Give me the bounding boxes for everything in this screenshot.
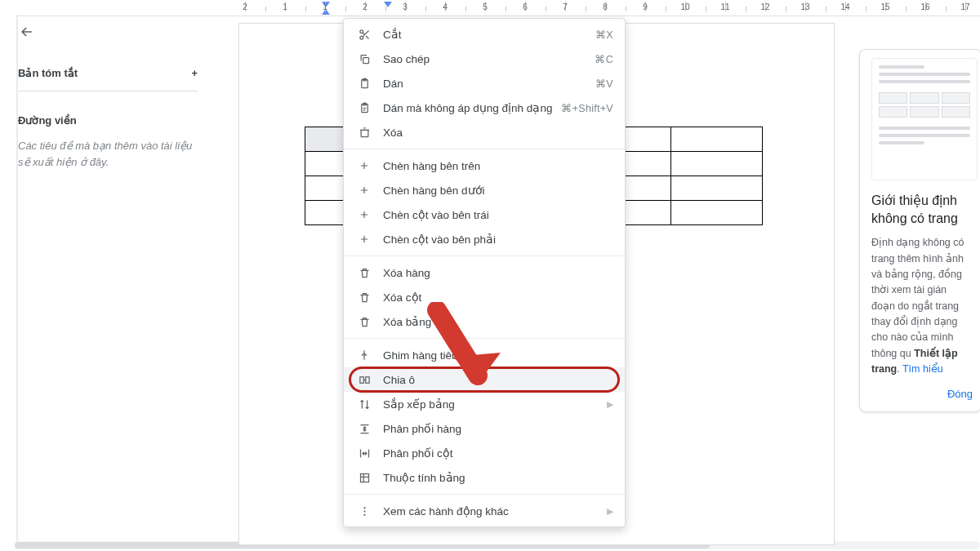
plus-icon bbox=[355, 160, 373, 171]
trash-icon bbox=[355, 316, 373, 328]
menu-item-label: Phân phối cột bbox=[383, 447, 613, 460]
menu-item-paste-plain[interactable]: Dán mà không áp dụng định dạng⌘+Shift+V bbox=[344, 96, 625, 120]
menu-item-trash[interactable]: Xóa bảng bbox=[344, 309, 625, 334]
menu-item-paste[interactable]: Dán⌘V bbox=[344, 71, 625, 96]
more-icon bbox=[355, 505, 373, 518]
svg-point-13 bbox=[363, 513, 365, 515]
menu-item-trash[interactable]: Xóa cột bbox=[344, 285, 625, 309]
table-props-icon bbox=[355, 472, 373, 484]
menu-item-label: Chèn hàng bên dưới bbox=[383, 184, 613, 197]
plus-icon bbox=[355, 209, 373, 220]
info-thumbnail bbox=[871, 58, 978, 180]
menu-shortcut: ⌘X bbox=[595, 29, 613, 41]
menu-item-label: Xóa hàng bbox=[383, 267, 613, 279]
sort-icon bbox=[355, 398, 373, 411]
menu-item-dist-row[interactable]: Phân phối hàng bbox=[344, 416, 625, 441]
menu-item-label: Chia ô bbox=[383, 374, 613, 386]
menu-item-plus[interactable]: Chèn hàng bên trên bbox=[344, 153, 625, 178]
info-body: Định dạng không có trang thêm hình ảnh v… bbox=[871, 235, 973, 377]
copy-icon bbox=[355, 53, 373, 65]
add-summary-icon[interactable]: + bbox=[191, 68, 198, 78]
svg-point-1 bbox=[359, 36, 363, 39]
svg-rect-8 bbox=[359, 376, 363, 383]
menu-item-label: Dán bbox=[383, 78, 595, 90]
menu-item-label: Chèn cột vào bên phải bbox=[383, 233, 613, 246]
vertical-ruler bbox=[5, 15, 18, 541]
info-card: Giới thiệu định không có trang Định dạng… bbox=[859, 49, 980, 412]
delete-icon bbox=[355, 127, 373, 139]
menu-item-label: Xóa bảng bbox=[383, 315, 613, 328]
menu-item-label: Xóa bbox=[383, 127, 613, 139]
svg-point-11 bbox=[363, 507, 365, 509]
svg-rect-7 bbox=[361, 130, 368, 136]
menu-item-trash[interactable]: Xóa hàng bbox=[344, 260, 625, 285]
submenu-arrow-icon: ▶ bbox=[607, 506, 613, 517]
menu-item-plus[interactable]: Chèn cột vào bên phải bbox=[344, 227, 625, 251]
menu-shortcut: ⌘+Shift+V bbox=[561, 102, 613, 114]
submenu-arrow-icon: ▶ bbox=[607, 399, 613, 410]
menu-item-split[interactable]: Chia ô bbox=[344, 367, 625, 392]
menu-shortcut: ⌘C bbox=[595, 53, 613, 65]
menu-item-plus[interactable]: Chèn cột vào bên trái bbox=[344, 202, 625, 227]
menu-item-table-props[interactable]: Thuộc tính bảng bbox=[344, 465, 625, 490]
menu-item-pin[interactable]: Ghim hàng tiêu đề bbox=[344, 343, 625, 367]
menu-shortcut: ⌘V bbox=[595, 78, 613, 90]
outline-panel: Bản tóm tắt + Đường viền Các tiêu đề mà … bbox=[18, 23, 222, 170]
menu-item-plus[interactable]: Chèn hàng bên dưới bbox=[344, 178, 625, 202]
back-arrow-icon[interactable] bbox=[18, 23, 36, 41]
menu-item-label: Thuộc tính bảng bbox=[383, 471, 613, 484]
summary-label[interactable]: Bản tóm tắt bbox=[18, 67, 78, 79]
svg-point-0 bbox=[359, 29, 363, 33]
paste-icon bbox=[355, 78, 373, 90]
info-title: Giới thiệu định không có trang bbox=[871, 192, 973, 227]
paste-plain-icon bbox=[355, 102, 373, 114]
menu-item-label: Ghim hàng tiêu đề bbox=[383, 349, 613, 362]
menu-item-label: Cắt bbox=[383, 28, 595, 41]
menu-item-sort[interactable]: Sắp xếp bảng▶ bbox=[344, 392, 625, 416]
cut-icon bbox=[355, 29, 373, 41]
info-close-link[interactable]: Đóng bbox=[947, 388, 973, 400]
svg-rect-9 bbox=[365, 376, 368, 383]
menu-item-copy[interactable]: Sao chép⌘C bbox=[344, 47, 625, 71]
menu-item-label: Xóa cột bbox=[383, 291, 613, 304]
menu-item-label: Chèn cột vào bên trái bbox=[383, 208, 613, 221]
dist-row-icon bbox=[355, 423, 373, 435]
menu-item-label: Sao chép bbox=[383, 53, 595, 65]
horizontal-ruler: 21123456789101112131415161718 bbox=[16, 2, 980, 16]
plus-icon bbox=[355, 233, 373, 245]
menu-item-label: Sắp xếp bảng bbox=[383, 398, 607, 411]
menu-item-cut[interactable]: Cắt⌘X bbox=[344, 22, 625, 47]
trash-icon bbox=[355, 291, 373, 304]
pin-icon bbox=[355, 349, 373, 361]
svg-rect-10 bbox=[360, 473, 368, 482]
menu-item-label: Phân phối hàng bbox=[383, 422, 613, 435]
context-menu: Cắt⌘XSao chép⌘CDán⌘VDán mà không áp dụng… bbox=[343, 18, 626, 527]
svg-rect-2 bbox=[363, 57, 368, 63]
learn-more-link[interactable]: Tìm hiểu bbox=[902, 363, 943, 375]
menu-item-dist-col[interactable]: Phân phối cột bbox=[344, 441, 625, 465]
menu-item-more[interactable]: Xem các hành động khác▶ bbox=[344, 499, 625, 523]
svg-point-12 bbox=[363, 510, 365, 512]
split-icon bbox=[355, 374, 373, 386]
menu-item-label: Xem các hành động khác bbox=[383, 504, 607, 518]
menu-item-delete[interactable]: Xóa bbox=[344, 120, 625, 144]
trash-icon bbox=[355, 267, 373, 279]
plus-icon bbox=[355, 184, 373, 196]
outline-hint: Các tiêu đề mà bạn thêm vào tài liệu sẽ … bbox=[18, 138, 206, 170]
outline-heading: Đường viền bbox=[18, 114, 222, 127]
dist-col-icon bbox=[355, 447, 373, 460]
menu-item-label: Dán mà không áp dụng định dạng bbox=[383, 101, 561, 114]
menu-item-label: Chèn hàng bên trên bbox=[383, 160, 613, 172]
